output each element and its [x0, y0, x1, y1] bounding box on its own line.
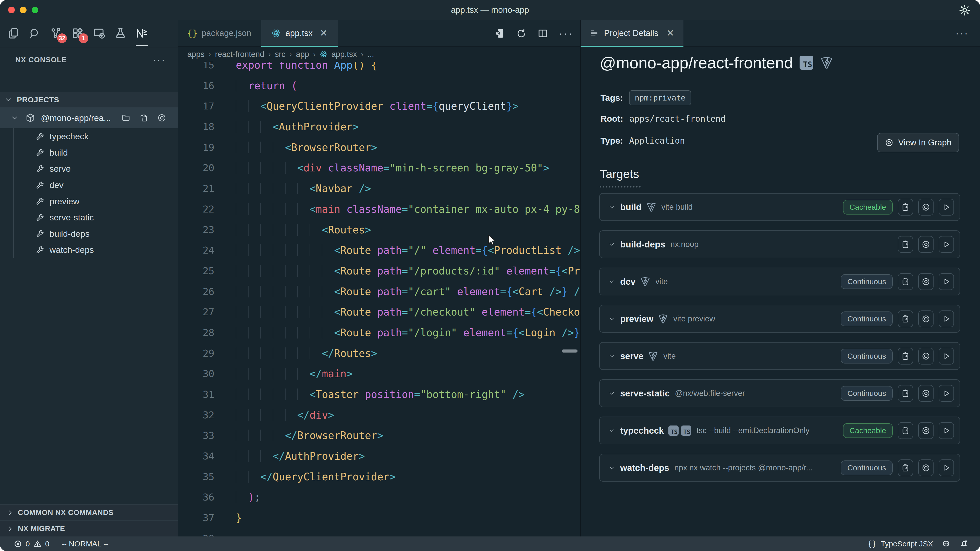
target-card-serve-static[interactable]: serve-static@nx/web:file-serverContinuou…: [599, 380, 960, 407]
sidebar-target-watch-deps[interactable]: watch-deps: [0, 242, 178, 258]
code-line[interactable]: 29 </Routes>: [178, 343, 580, 364]
bullseye-button[interactable]: [918, 422, 934, 439]
code-line[interactable]: 36 );: [178, 487, 580, 508]
breadcrumb[interactable]: apps›react-frontend›src›app›app.tsx›...: [178, 47, 580, 62]
play-button[interactable]: [939, 310, 954, 327]
source-control-icon[interactable]: 32: [49, 26, 63, 41]
open-file-icon[interactable]: [139, 113, 148, 122]
breadcrumb-item[interactable]: app: [296, 50, 309, 59]
sidebar-target-typecheck[interactable]: typecheck: [0, 128, 178, 144]
clipboard-button[interactable]: [898, 273, 913, 290]
code-line[interactable]: 26 <Route path="/cart" element={<Cart />…: [178, 281, 580, 302]
code-line[interactable]: 37}: [178, 508, 580, 528]
breadcrumb-item[interactable]: app.tsx: [331, 50, 357, 59]
clipboard-button[interactable]: [898, 385, 913, 402]
target-card-dev[interactable]: devviteContinuous: [599, 268, 960, 295]
sidebar-more-actions-icon[interactable]: ···: [153, 54, 166, 65]
testing-icon[interactable]: [113, 26, 127, 41]
code-line[interactable]: 22 <main className="container mx-auto px…: [178, 199, 580, 220]
target-card-watch-deps[interactable]: watch-depsnpx nx watch --projects @mono-…: [599, 454, 960, 482]
breadcrumb-item[interactable]: react-frontend: [215, 50, 264, 59]
breadcrumb-item[interactable]: apps: [187, 50, 204, 59]
bullseye-button[interactable]: [918, 348, 934, 365]
sidebar-target-serve[interactable]: serve: [0, 161, 178, 177]
target-card-build-deps[interactable]: build-depsnx:noop: [599, 230, 960, 258]
code-line[interactable]: 32 </div>: [178, 405, 580, 426]
code-line[interactable]: 28 <Route path="/login" element={<Login …: [178, 322, 580, 343]
code-line[interactable]: 23 <Routes>: [178, 220, 580, 240]
clipboard-button[interactable]: [898, 236, 913, 253]
clipboard-button[interactable]: [898, 199, 913, 216]
more-actions-icon[interactable]: ···: [559, 27, 573, 40]
code-line[interactable]: 31 <Toaster position="bottom-right" />: [178, 384, 580, 405]
sidebar-target-build-deps[interactable]: build-deps: [0, 226, 178, 242]
sidebar-target-preview[interactable]: preview: [0, 193, 178, 210]
chevron-down-icon[interactable]: [608, 353, 615, 359]
code-line[interactable]: 17 <QueryClientProvider client={queryCli…: [178, 96, 580, 117]
notifications-bell-icon[interactable]: [959, 539, 969, 548]
sidebar-section-common-nx-commands[interactable]: COMMON NX COMMANDS: [0, 504, 178, 520]
minimize-window-button[interactable]: [20, 6, 27, 13]
view-in-graph-button[interactable]: View In Graph: [877, 133, 959, 152]
sidebar-target-serve-static[interactable]: serve-static: [0, 210, 178, 226]
code-line[interactable]: 16 return (: [178, 76, 580, 96]
split-editor-icon[interactable]: [538, 28, 548, 39]
chevron-down-icon[interactable]: [608, 390, 615, 397]
target-card-typecheck[interactable]: typecheckTSTStsc --build --emitDeclarati…: [599, 416, 960, 445]
sidebar-item-project[interactable]: @mono-app/rea...: [0, 107, 178, 128]
nx-console-icon[interactable]: [135, 26, 149, 41]
tab-package-json[interactable]: {} package.json: [178, 20, 261, 46]
chevron-down-icon[interactable]: [608, 204, 615, 210]
chevron-down-icon[interactable]: [608, 465, 615, 471]
code-line[interactable]: 35 </QueryClientProvider>: [178, 467, 580, 487]
code-line[interactable]: 24 <Route path="/" element={<ProductList…: [178, 240, 580, 261]
code-line[interactable]: 30 </main>: [178, 364, 580, 384]
breadcrumb-item[interactable]: src: [275, 50, 285, 59]
vim-mode-indicator[interactable]: -- NORMAL --: [62, 540, 108, 548]
code-area[interactable]: 15export function App() {16 return (17 <…: [178, 55, 580, 537]
clipboard-button[interactable]: [898, 422, 913, 439]
close-panel-icon[interactable]: ✕: [667, 28, 674, 38]
folder-icon[interactable]: [121, 113, 130, 122]
bullseye-button[interactable]: [918, 273, 934, 290]
tab-app-tsx[interactable]: app.tsx ✕: [261, 20, 338, 46]
target-card-serve[interactable]: serveviteContinuous: [599, 342, 960, 370]
play-button[interactable]: [939, 459, 954, 476]
code-line[interactable]: 19 <BrowserRouter>: [178, 137, 580, 158]
copilot-icon[interactable]: [942, 539, 951, 548]
code-line[interactable]: 34 </AuthProvider>: [178, 446, 580, 467]
code-line[interactable]: 27 <Route path="/checkout" element={<Che…: [178, 302, 580, 322]
code-line[interactable]: 38: [178, 528, 580, 537]
target-card-build[interactable]: buildvite buildCacheable: [599, 193, 960, 221]
bullseye-button[interactable]: [918, 199, 934, 216]
chevron-down-icon[interactable]: [608, 241, 615, 248]
clipboard-button[interactable]: [898, 348, 913, 365]
refresh-icon[interactable]: [516, 28, 527, 39]
chevron-down-icon[interactable]: [608, 316, 615, 322]
clipboard-button[interactable]: [898, 459, 913, 476]
bullseye-icon[interactable]: [157, 113, 166, 122]
bullseye-button[interactable]: [918, 310, 934, 327]
sidebar-section-nx-migrate[interactable]: NX MIGRATE: [0, 520, 178, 537]
panel-more-actions-icon[interactable]: ···: [956, 27, 969, 39]
close-tab-icon[interactable]: ✕: [320, 28, 328, 38]
bullseye-button[interactable]: [918, 236, 934, 253]
extensions-icon[interactable]: 1: [70, 26, 85, 41]
zoom-window-button[interactable]: [32, 6, 38, 13]
sidebar-target-build[interactable]: build: [0, 144, 178, 161]
code-line[interactable]: 18 <AuthProvider>: [178, 117, 580, 137]
target-card-preview[interactable]: previewvite previewContinuous: [599, 305, 960, 333]
code-line[interactable]: 21 <Navbar />: [178, 178, 580, 199]
clipboard-button[interactable]: [898, 310, 913, 327]
code-line[interactable]: 33 </BrowserRouter>: [178, 425, 580, 446]
settings-gear-icon[interactable]: [959, 4, 971, 16]
horizontal-scrollbar-handle[interactable]: [562, 349, 578, 353]
breadcrumb-item[interactable]: ...: [368, 50, 374, 59]
code-line[interactable]: 25 <Route path="/products/:id" element={…: [178, 261, 580, 281]
chevron-down-icon[interactable]: [608, 278, 615, 285]
play-button[interactable]: [939, 236, 954, 253]
chevron-down-icon[interactable]: [608, 427, 615, 434]
files-icon[interactable]: [6, 26, 21, 41]
play-button[interactable]: [939, 199, 954, 216]
play-button[interactable]: [939, 348, 954, 365]
